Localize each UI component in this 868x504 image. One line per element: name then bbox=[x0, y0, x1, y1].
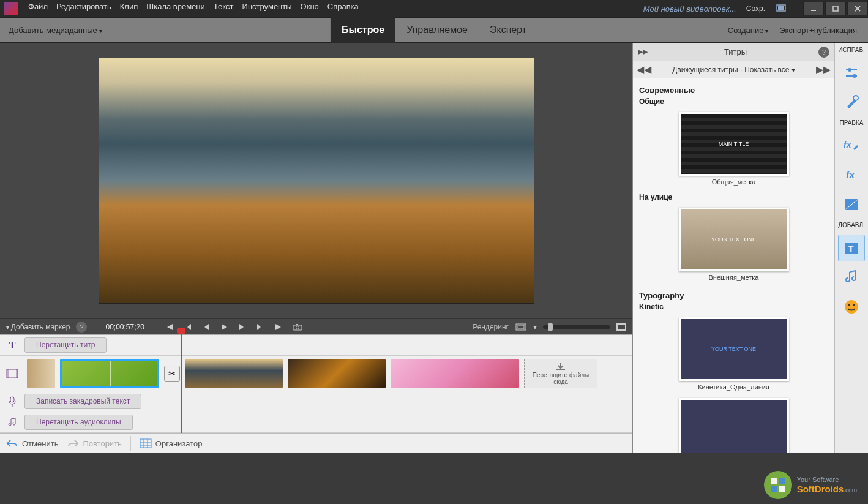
title-card-extra[interactable] bbox=[679, 398, 789, 453]
title-name-1: Общая_метка bbox=[679, 176, 789, 190]
tool-rail: ИСПРАВ. ПРАВКА fx fx ДОБАВЛ. T bbox=[834, 43, 868, 453]
clip-3[interactable] bbox=[185, 359, 283, 388]
undo-label: Отменить bbox=[22, 439, 58, 448]
category-typography: Typography bbox=[633, 287, 834, 301]
svg-point-24 bbox=[853, 304, 855, 306]
menu-text[interactable]: Текст bbox=[214, 2, 234, 11]
clip-4[interactable] bbox=[288, 359, 386, 388]
drag-audio-pill[interactable]: Перетащить аудиоклипы bbox=[24, 415, 133, 429]
title-name-3: Кинетика_Одна_линия bbox=[679, 381, 789, 396]
panel-subtitle[interactable]: Движущиеся титры - Показать все ▾ bbox=[651, 66, 816, 74]
window-close-button[interactable] bbox=[847, 2, 868, 15]
dropzone-label: Перетащите файлы сюда bbox=[525, 372, 597, 385]
add-media-dropdown[interactable]: Добавить медиаданные bbox=[0, 26, 111, 35]
svg-rect-8 bbox=[518, 325, 524, 329]
tab-quick[interactable]: Быстрое bbox=[331, 17, 395, 43]
window-maximize-button[interactable] bbox=[825, 2, 846, 15]
svg-rect-28 bbox=[779, 486, 785, 492]
undo-icon bbox=[6, 438, 18, 448]
music-tool-icon[interactable] bbox=[838, 264, 865, 291]
panel-nav-back[interactable]: ◀◀ bbox=[637, 64, 651, 75]
scissors-icon[interactable]: ✂ bbox=[164, 366, 180, 382]
svg-text:fx: fx bbox=[844, 140, 852, 149]
help-icon[interactable]: ? bbox=[76, 322, 87, 333]
undo-button[interactable]: Отменить bbox=[6, 438, 58, 448]
timecode[interactable]: 00;00;57;20 bbox=[105, 323, 144, 331]
title-track: T Перетащить титр bbox=[0, 335, 632, 356]
rail-fix-label: ИСПРАВ. bbox=[838, 45, 865, 57]
menu-file[interactable]: Файл bbox=[28, 2, 48, 11]
svg-rect-3 bbox=[833, 6, 838, 11]
svg-rect-1 bbox=[778, 6, 784, 10]
tab-guided[interactable]: Управляемое bbox=[395, 17, 479, 43]
menu-edit[interactable]: Редактировать bbox=[56, 2, 111, 11]
title-card-outdoor[interactable]: YOUR TEXT ONE Внешняя_метка bbox=[679, 208, 789, 286]
transitions-icon[interactable] bbox=[838, 191, 865, 218]
title-name-2: Внешняя_метка bbox=[679, 271, 789, 286]
organizer-button[interactable]: Организатор bbox=[140, 438, 203, 448]
goto-start-icon[interactable] bbox=[163, 321, 175, 333]
tools-icon[interactable] bbox=[838, 89, 865, 116]
redo-button[interactable]: Повторить bbox=[67, 438, 121, 448]
project-title: Мой новый видеопроек... bbox=[643, 4, 736, 13]
video-preview[interactable] bbox=[99, 58, 534, 303]
playhead[interactable] bbox=[181, 331, 182, 433]
zoom-slider[interactable] bbox=[543, 325, 610, 329]
panel-collapse-icon[interactable]: ▶▶ bbox=[638, 48, 648, 56]
preview-area bbox=[0, 43, 632, 318]
drag-title-pill[interactable]: Перетащить титр bbox=[24, 337, 107, 352]
titles-panel: ▶▶ Титры ? ◀◀ Движущиеся титры - Показат… bbox=[632, 43, 834, 453]
voice-track: Записать закадровый текст bbox=[0, 391, 632, 412]
svg-rect-13 bbox=[140, 439, 151, 448]
panel-body[interactable]: Современные Общие MAIN TITLE Общая_метка… bbox=[633, 78, 834, 453]
goto-end-icon[interactable] bbox=[273, 321, 285, 333]
menu-help[interactable]: Справка bbox=[327, 2, 359, 11]
fx-edit-icon[interactable]: fx bbox=[838, 132, 865, 159]
title-card-kinetic[interactable]: YOUR TEXT ONE Кинетика_Одна_линия bbox=[679, 317, 789, 396]
svg-point-15 bbox=[853, 74, 856, 78]
graphics-tool-icon[interactable] bbox=[838, 293, 865, 320]
safe-margins-icon[interactable] bbox=[515, 321, 527, 333]
next-clip-icon[interactable] bbox=[255, 321, 267, 333]
play-icon[interactable] bbox=[218, 321, 230, 333]
menu-tools[interactable]: Инструменты bbox=[242, 2, 292, 11]
add-marker-button[interactable]: Добавить маркер bbox=[6, 323, 70, 331]
redo-label: Повторить bbox=[83, 439, 121, 448]
save-label[interactable]: Сохр. bbox=[746, 4, 765, 13]
create-dropdown[interactable]: Создание bbox=[728, 26, 768, 35]
title-card-general[interactable]: MAIN TITLE Общая_метка bbox=[679, 112, 789, 190]
svg-point-5 bbox=[296, 326, 299, 329]
tab-expert[interactable]: Эксперт bbox=[479, 17, 537, 43]
watermark-tag: Your Software bbox=[797, 476, 857, 484]
step-back-icon[interactable] bbox=[200, 321, 212, 333]
panel-help-icon[interactable]: ? bbox=[818, 47, 829, 58]
titles-tool-icon[interactable]: T bbox=[838, 235, 865, 261]
svg-rect-25 bbox=[771, 478, 777, 484]
rail-dobavl-label: ДОБАВЛ. bbox=[838, 220, 864, 232]
clip-1[interactable] bbox=[27, 359, 55, 388]
menu-clip[interactable]: Клип bbox=[120, 2, 138, 11]
step-forward-icon[interactable] bbox=[236, 321, 249, 333]
organizer-label: Организатор bbox=[155, 439, 203, 448]
svg-rect-27 bbox=[771, 486, 777, 492]
svg-rect-2 bbox=[811, 10, 816, 11]
zoom-dropdown-icon[interactable]: ▾ bbox=[533, 323, 537, 331]
menu-window[interactable]: Окно bbox=[301, 2, 319, 11]
fullscreen-icon[interactable] bbox=[616, 323, 626, 331]
clip-5[interactable] bbox=[391, 359, 519, 388]
app-logo bbox=[4, 2, 18, 15]
dropzone[interactable]: Перетащите файлы сюда bbox=[524, 359, 597, 388]
display-icon[interactable] bbox=[775, 2, 787, 15]
snapshot-icon[interactable] bbox=[291, 321, 304, 333]
window-minimize-button[interactable] bbox=[803, 2, 824, 15]
transport-bar: Добавить маркер ? 00;00;57;20 Рендеринг … bbox=[0, 318, 632, 334]
fx-icon[interactable]: fx bbox=[838, 162, 865, 189]
record-voice-pill[interactable]: Записать закадровый текст bbox=[24, 394, 141, 408]
export-publish-button[interactable]: Экспорт+публикация bbox=[779, 26, 857, 35]
panel-nav-forward[interactable]: ▶▶ bbox=[816, 64, 831, 75]
adjust-icon[interactable] bbox=[838, 59, 865, 86]
watermark-suffix: .com bbox=[844, 487, 857, 494]
menu-timeline[interactable]: Шкала времени bbox=[146, 2, 205, 11]
clip-2-selected[interactable] bbox=[60, 359, 159, 388]
rendering-label[interactable]: Рендеринг bbox=[473, 323, 509, 331]
